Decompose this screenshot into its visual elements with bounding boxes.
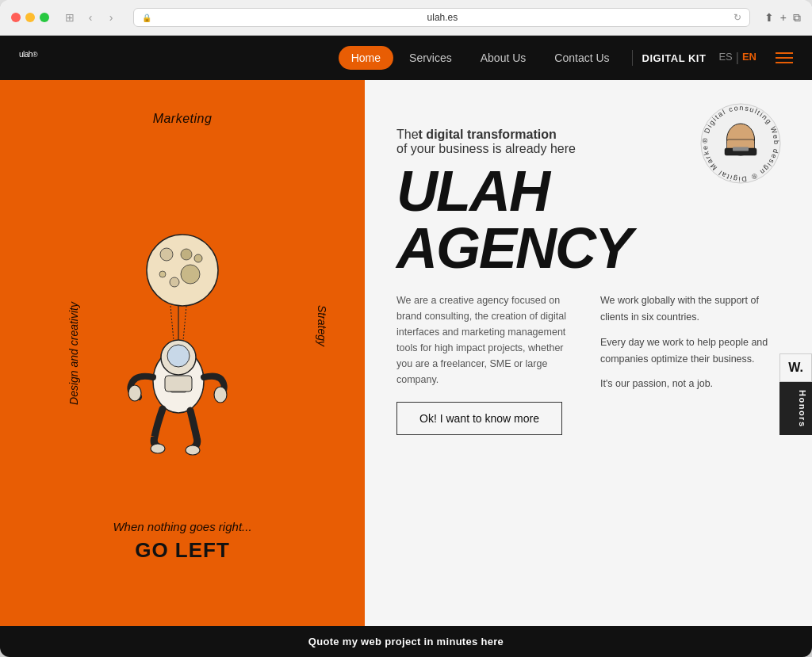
svg-point-6 [181,249,192,260]
tabs-icon[interactable]: ⧉ [793,11,801,25]
description-columns: We are a creative agency focused on bran… [396,292,780,435]
left-panel: Marketing Design and creativity Strategy [0,80,365,626]
lang-en[interactable]: EN [742,51,756,65]
marketing-label: Marketing [153,112,213,126]
nav-about[interactable]: About Us [468,46,539,70]
lang-es[interactable]: ES [718,51,732,65]
refresh-icon[interactable]: ↻ [733,12,741,23]
nav-divider [632,50,633,66]
logo[interactable]: ulah® [19,48,37,68]
window-icon[interactable]: ⊞ [62,10,78,25]
bottom-text: When nothing goes right... GO LEFT [113,520,251,563]
description-col-right: We work globally with the support of cli… [600,292,780,435]
svg-point-14 [214,387,227,403]
traffic-lights [11,13,49,22]
browser-window: ⊞ ‹ › 🔒 ulah.es ↻ ⬆ + ⧉ ulah® Home Servi… [0,0,812,657]
svg-point-5 [159,271,166,277]
svg-point-16 [186,445,200,455]
nav-links: Home Services About Us Contact Us [339,46,622,70]
forward-button[interactable]: › [103,10,119,25]
address-bar[interactable]: 🔒 ulah.es ↻ [133,8,750,27]
maximize-button[interactable] [40,13,49,22]
cta-button[interactable]: Ok! I want to know more [396,402,562,435]
digital-kit-label[interactable]: DIGITAL KIT [642,52,707,64]
nav-services[interactable]: Services [396,46,465,70]
astronaut-illustration [71,211,293,480]
badge-honors-label[interactable]: Honors [779,382,812,436]
nav-home[interactable]: Home [339,46,393,70]
right-panel: ® Digital consulting Web design ® Digita… [365,80,812,626]
browser-controls: ⊞ ‹ › [62,10,119,25]
new-tab-icon[interactable]: + [780,11,787,25]
strategy-label: Strategy [316,305,328,346]
design-label: Design and creativity [67,302,80,405]
badge-w[interactable]: W. [779,353,812,382]
back-button[interactable]: ‹ [82,10,98,25]
navbar: ulah® Home Services About Us Contact Us … [0,36,812,80]
minimize-button[interactable] [25,13,35,22]
hamburger-menu[interactable] [776,52,793,63]
description-col-left: We are a creative agency focused on bran… [396,292,576,435]
url-text: ulah.es [156,12,729,23]
svg-rect-24 [733,147,749,151]
honors-badge: W. Honors [779,353,812,436]
go-left-text: GO LEFT [113,538,251,563]
lock-icon: 🔒 [142,13,151,22]
circular-badge: ® Digital consulting Web design ® Digita… [693,96,788,191]
svg-point-1 [160,248,173,261]
svg-point-15 [151,444,165,453]
browser-actions: ⬆ + ⧉ [764,11,801,25]
browser-chrome: ⊞ ‹ › 🔒 ulah.es ↻ ⬆ + ⧉ [0,0,812,36]
svg-point-2 [181,265,200,284]
svg-point-4 [194,254,202,262]
lang-switcher: ES | EN [718,51,756,65]
svg-point-13 [128,385,141,401]
close-button[interactable] [11,13,21,22]
when-nothing-text: When nothing goes right... [113,520,251,533]
svg-rect-19 [165,376,192,392]
svg-point-12 [167,345,190,367]
footer-bar[interactable]: Quote my web project in minutes here [0,626,812,657]
svg-point-3 [170,277,179,287]
astronaut-svg [95,227,270,464]
share-icon[interactable]: ⬆ [764,11,774,25]
main-content: Marketing Design and creativity Strategy [0,80,812,626]
nav-contact[interactable]: Contact Us [542,46,622,70]
